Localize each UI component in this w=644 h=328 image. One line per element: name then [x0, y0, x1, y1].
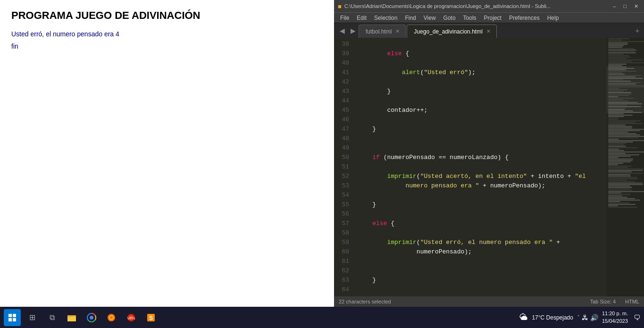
minimize-button[interactable]: – — [611, 3, 618, 9]
code-line-56: else { — [358, 219, 606, 228]
sublime-editor: ■ C:\Users\Adrian\Documents\Logica de pr… — [334, 0, 644, 307]
code-line-41: alert("Usted erró"); — [358, 68, 606, 77]
svg-point-7 — [110, 316, 113, 319]
browser-panel: PROGRAMA JUEGO DE ADIVINACIÓN Usted erró… — [0, 0, 334, 307]
code-line-39: else { — [358, 49, 606, 59]
status-tab-size[interactable]: Tab Size: 4 — [590, 299, 616, 304]
line-numbers: 38 39 40 41 42 43 44 45 46 47 48 49 50 5… — [334, 38, 353, 296]
taskbar-search[interactable]: ⊞ — [24, 309, 41, 326]
tab-futbol-label: futbol.html — [366, 28, 392, 35]
code-line-57 — [358, 228, 606, 238]
windows-logo — [8, 314, 16, 321]
code-area[interactable]: 38 39 40 41 42 43 44 45 46 47 48 49 50 5… — [334, 38, 644, 296]
window-controls: – □ ✕ — [611, 3, 640, 9]
code-line-58: imprimir("Usted erró, el numero pensado … — [358, 238, 606, 247]
output-line-1: Usted erró, el numero pensado era 4 — [11, 30, 323, 38]
clock-date: 15/04/2023 — [602, 318, 628, 325]
output-line-2: fin — [11, 42, 323, 50]
start-button[interactable] — [4, 309, 21, 326]
menu-tools[interactable]: Tools — [460, 14, 480, 22]
code-line-55 — [358, 210, 606, 219]
status-selection: 22 characters selected — [339, 299, 585, 304]
tray-volume[interactable]: 🔊 — [590, 314, 598, 321]
code-line-52: imprimir("Usted acertó, en el intento" +… — [358, 172, 606, 181]
code-line-43: } — [358, 87, 606, 96]
menu-edit[interactable]: Edit — [353, 14, 370, 22]
status-bar: 22 characters selected Tab Size: 4 HTML — [334, 296, 644, 307]
tray-notification[interactable]: 🗨 — [634, 314, 640, 321]
taskbar-chrome[interactable] — [83, 309, 100, 326]
code-line-44 — [358, 96, 606, 106]
window-title: C:\Users\Adrian\Documents\Logica de prog… — [344, 3, 611, 9]
status-language[interactable]: HTML — [625, 299, 639, 304]
code-line-50: if (numeroPensado == numeroLanzado) { — [358, 153, 606, 162]
system-tray: 🌥 17°C Despejado ˂ 🖧 🔊 11:20 p. m. 15/04… — [519, 310, 640, 325]
taskbar-explorer[interactable] — [63, 309, 80, 326]
code-line-48 — [358, 134, 606, 143]
weather-icon: 🌥 — [519, 312, 528, 322]
svg-text:VPN: VPN — [127, 316, 135, 320]
menu-file[interactable]: File — [337, 14, 352, 22]
svg-text:S: S — [149, 315, 153, 321]
tab-futbol[interactable]: futbol.html ✕ — [359, 25, 406, 38]
code-line-59 — [358, 257, 606, 266]
code-line-49 — [358, 143, 606, 153]
menu-view[interactable]: View — [420, 14, 439, 22]
taskbar: ⊞ ⧉ VPN S 🌥 17°C Despejado ˂ 🖧 🔊 11:20 p… — [0, 307, 644, 328]
maximize-button[interactable]: □ — [621, 3, 628, 9]
tray-icons: ˂ 🖧 🔊 — [577, 314, 598, 321]
tab-bar: ◀ ▶ futbol.html ✕ Juego_de_adivinacion.h… — [334, 23, 644, 38]
tray-network[interactable]: 🖧 — [582, 314, 588, 321]
code-line-38 — [358, 40, 606, 49]
menu-selection[interactable]: Selection — [371, 14, 401, 22]
svg-rect-1 — [67, 317, 76, 321]
code-line-51 — [358, 162, 606, 172]
code-editor[interactable]: else { alert("Usted erró"); } contador++… — [353, 38, 606, 296]
menu-bar: File Edit Selection Find View Goto Tools… — [334, 12, 644, 23]
taskbar-clock[interactable]: 11:20 p. m. 15/04/2023 — [602, 310, 628, 325]
svg-point-4 — [90, 316, 93, 320]
code-line-45: contador++; — [358, 106, 606, 115]
menu-project[interactable]: Project — [481, 14, 505, 22]
taskbar-taskview[interactable]: ⧉ — [43, 309, 60, 326]
close-button[interactable]: ✕ — [632, 3, 640, 9]
code-line-61: } — [358, 276, 606, 285]
tab-add-button[interactable]: + — [631, 25, 644, 36]
taskbar-vpn[interactable]: VPN — [123, 309, 140, 326]
taskbar-firefox[interactable] — [103, 309, 120, 326]
menu-find[interactable]: Find — [401, 14, 419, 22]
code-line-42 — [358, 77, 606, 87]
code-line-47: } — [358, 125, 606, 134]
menu-help[interactable]: Help — [544, 14, 562, 22]
menu-preferences[interactable]: Preferences — [506, 14, 543, 22]
weather-temp: 17°C Despejado — [532, 314, 573, 321]
minimap: // Generate minimap lines const mm = doc… — [606, 38, 644, 296]
code-line-62 — [358, 285, 606, 294]
code-line-58b: numeroPensado); — [358, 247, 606, 257]
code-line-52b: numero pensado era " + numeroPensado); — [358, 181, 606, 191]
code-line-60 — [358, 266, 606, 276]
code-line-54: } — [358, 200, 606, 210]
tab-juego[interactable]: Juego_de_adivinacion.html ✕ — [407, 25, 496, 38]
code-line-40 — [358, 59, 606, 68]
code-line-46 — [358, 115, 606, 125]
tray-chevron[interactable]: ˂ — [577, 314, 580, 321]
tab-juego-close[interactable]: ✕ — [486, 28, 491, 34]
taskbar-sublime[interactable]: S — [142, 309, 159, 326]
menu-goto[interactable]: Goto — [440, 14, 459, 22]
tab-juego-label: Juego_de_adivinacion.html — [414, 28, 482, 35]
tab-nav-left[interactable]: ◀ — [337, 25, 348, 36]
code-line-53 — [358, 191, 606, 200]
minimap-highlight — [606, 66, 644, 113]
svg-rect-2 — [67, 315, 71, 317]
clock-time: 11:20 p. m. — [602, 310, 628, 317]
tab-nav-right[interactable]: ▶ — [348, 25, 359, 36]
page-title: PROGRAMA JUEGO DE ADIVINACIÓN — [11, 9, 323, 22]
status-right: Tab Size: 4 HTML — [590, 299, 639, 304]
tab-futbol-close[interactable]: ✕ — [395, 28, 400, 34]
title-bar: ■ C:\Users\Adrian\Documents\Logica de pr… — [334, 0, 644, 12]
